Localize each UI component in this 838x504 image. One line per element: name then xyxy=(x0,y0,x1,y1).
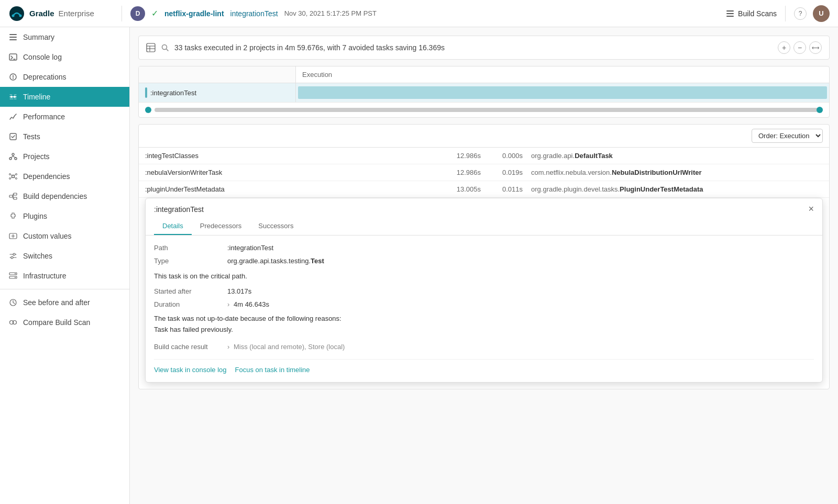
sidebar-item-label-plugins: Plugins xyxy=(23,212,47,220)
sidebar-item-plugins[interactable]: Plugins xyxy=(0,206,129,226)
svg-point-16 xyxy=(9,158,12,160)
popup-duration-arrow[interactable]: › xyxy=(227,300,229,308)
gradle-logo-icon xyxy=(8,5,25,22)
popup-close-button[interactable]: × xyxy=(808,204,814,215)
sidebar-item-infrastructure[interactable]: Infrastructure xyxy=(0,266,129,286)
svg-rect-8 xyxy=(9,39,17,40)
main-layout: Summary Console log Deprecations Timelin… xyxy=(0,27,838,504)
popup-title-row: :integrationTest × xyxy=(146,198,822,215)
sidebar-item-console-log[interactable]: Console log xyxy=(0,47,129,67)
svg-point-28 xyxy=(11,256,13,259)
table-row[interactable]: :nebulaVersionWriterTask 12.986s 0.019s … xyxy=(139,164,829,181)
sidebar-item-see-before-after[interactable]: See before and after xyxy=(0,293,129,312)
popup-tab-successors[interactable]: Successors xyxy=(250,218,302,235)
sidebar-item-build-dependencies[interactable]: Build dependencies xyxy=(0,186,129,206)
svg-point-11 xyxy=(13,78,14,79)
zoom-fit-button[interactable]: ⟷ xyxy=(809,41,822,54)
row-indicator xyxy=(145,87,147,98)
timeline-bar-fill xyxy=(298,86,827,99)
popup-critical-path-text: This task is on the critical path. xyxy=(154,272,814,280)
popup-cache-result-value: › Miss (local and remote), Store (local) xyxy=(227,343,345,351)
popup-reasons-line1: The task was not up-to-date because of t… xyxy=(154,315,341,322)
sidebar-item-timeline[interactable]: Timeline xyxy=(0,87,129,107)
task-start: 13.005s xyxy=(437,185,489,193)
sidebar-item-dependencies[interactable]: Dependencies xyxy=(0,166,129,186)
projects-icon xyxy=(8,152,18,161)
task-type-prefix: org.gradle.api. xyxy=(531,152,575,160)
svg-point-22 xyxy=(16,178,17,180)
popup-tab-predecessors[interactable]: Predecessors xyxy=(192,218,250,235)
svg-rect-25 xyxy=(14,197,17,199)
sidebar-item-compare-build-scan[interactable]: Compare Build Scan xyxy=(0,312,129,332)
popup-type-bold: Test xyxy=(311,257,324,265)
task-name: :pluginUnderTestMetadata xyxy=(145,185,437,193)
order-select[interactable]: Order: Execution xyxy=(752,129,823,143)
popup-type-field: Type org.gradle.api.tasks.testing.Test xyxy=(154,257,814,265)
task-duration: 0.019s xyxy=(489,169,531,176)
build-scans-button[interactable]: Build Scans xyxy=(725,9,777,18)
header-right-divider xyxy=(785,6,786,21)
task-name: :integTestClasses xyxy=(145,152,437,160)
sidebar-item-custom-values[interactable]: Custom values xyxy=(0,226,129,246)
sidebar-item-label-compare: Compare Build Scan xyxy=(23,318,90,327)
svg-rect-24 xyxy=(14,193,17,195)
table-row[interactable]: :integTestClasses 12.986s 0.000s org.gra… xyxy=(139,148,829,164)
sidebar-item-summary[interactable]: Summary xyxy=(0,27,129,47)
table-row[interactable]: :pluginUnderTestMetadata 13.005s 0.011s … xyxy=(139,181,829,198)
popup-cache-result-arrow[interactable]: › xyxy=(227,343,229,351)
popup-started-after-field: Started after 13.017s xyxy=(154,287,814,295)
popup-duration-number: 4m 46.643s xyxy=(234,300,269,308)
popup-path-value: :integrationTest xyxy=(227,244,273,252)
integration-test-label: :integrationTest xyxy=(150,89,196,97)
compare-icon xyxy=(8,318,18,327)
svg-point-2 xyxy=(19,14,22,17)
task-type: com.netflix.nebula.version.NebulaDistrib… xyxy=(531,169,823,176)
sidebar-item-tests[interactable]: Tests xyxy=(0,127,129,147)
popup-reasons-line2: Task has failed previously. xyxy=(154,326,233,333)
focus-timeline-link[interactable]: Focus on task in timeline xyxy=(235,366,310,374)
popup-duration-label: Duration xyxy=(154,300,227,308)
task-start: 12.986s xyxy=(437,152,489,160)
popup-duration-value: › 4m 46.643s xyxy=(227,300,269,308)
popup-cache-result-field: Build cache result › Miss (local and rem… xyxy=(154,343,814,351)
popup-started-after-value: 13.017s xyxy=(227,287,251,295)
help-button[interactable]: ? xyxy=(794,7,807,20)
timeline-bar xyxy=(296,83,829,102)
progress-track[interactable] xyxy=(155,108,823,112)
sidebar-item-projects[interactable]: Projects xyxy=(0,147,129,166)
timeline-controls: + − ⟷ xyxy=(778,41,822,54)
app-logo: Gradle Enterprise xyxy=(8,5,113,22)
user-avatar[interactable]: U xyxy=(813,5,830,22)
plugins-icon xyxy=(8,211,18,221)
zoom-out-button[interactable]: − xyxy=(793,41,806,54)
popup-path-label: Path xyxy=(154,244,227,252)
svg-rect-4 xyxy=(726,13,734,14)
header-project[interactable]: netflix-gradle-lint xyxy=(164,9,224,18)
sidebar-item-label-performance: Performance xyxy=(23,113,65,121)
sidebar-item-label-deprecations: Deprecations xyxy=(23,73,67,81)
see-before-icon xyxy=(8,298,18,307)
sidebar-item-label-projects: Projects xyxy=(23,152,50,161)
timeline-row-integration-test[interactable]: :integrationTest xyxy=(139,83,829,103)
sidebar-item-performance[interactable]: Performance xyxy=(0,107,129,127)
svg-point-32 xyxy=(15,277,16,278)
timeline-chart-area: Execution :integrationTest xyxy=(138,66,830,118)
view-console-log-link[interactable]: View task in console log xyxy=(154,366,227,374)
task-detail-popup: :integrationTest × Details Predecessors … xyxy=(145,198,823,383)
header-task[interactable]: integrationTest xyxy=(230,9,278,18)
build-status-icon: ✓ xyxy=(151,8,158,18)
zoom-in-button[interactable]: + xyxy=(778,41,790,54)
svg-point-17 xyxy=(15,158,17,160)
task-list: Order: Execution :integTestClasses 12.98… xyxy=(138,124,830,389)
popup-path-field: Path :integrationTest xyxy=(154,244,814,252)
progress-right-thumb[interactable] xyxy=(817,107,823,113)
sidebar-item-switches[interactable]: Switches xyxy=(0,246,129,266)
sidebar-item-label-see-before: See before and after xyxy=(23,298,90,307)
tests-icon xyxy=(8,132,18,141)
table-icon xyxy=(146,43,156,52)
svg-point-15 xyxy=(12,153,14,155)
deprecations-icon xyxy=(8,72,18,82)
popup-tab-details[interactable]: Details xyxy=(154,218,192,235)
popup-duration-field: Duration › 4m 46.643s xyxy=(154,300,814,308)
sidebar-item-deprecations[interactable]: Deprecations xyxy=(0,67,129,87)
